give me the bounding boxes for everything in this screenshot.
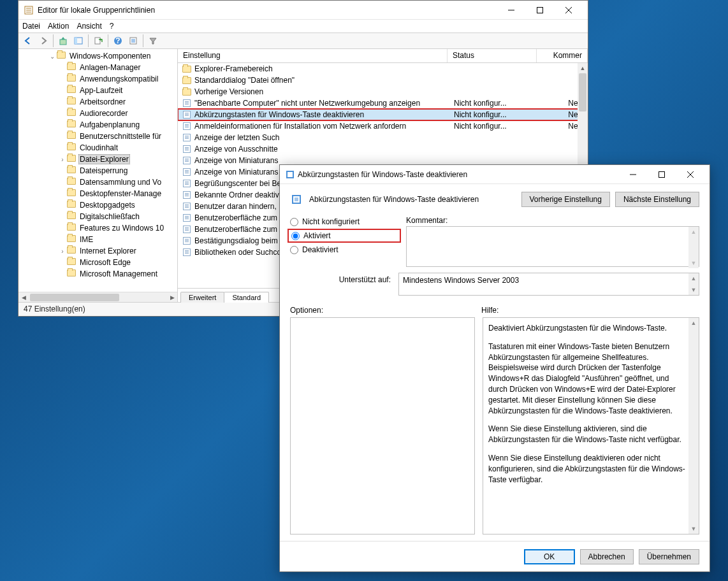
- dialog-icon: [285, 169, 295, 180]
- svg-text:?: ?: [115, 36, 120, 45]
- supported-box: Mindestens Windows Server 2003 ▲▼: [398, 273, 699, 296]
- titlebar[interactable]: Editor für lokale Gruppenrichtlinien: [18, 1, 588, 20]
- list-header[interactable]: Einstellung Status Kommer: [178, 49, 588, 63]
- radio-enabled[interactable]: Aktiviert: [290, 231, 398, 240]
- next-setting-button[interactable]: Nächste Einstellung: [615, 192, 699, 207]
- list-row[interactable]: Vorherige Versionen: [178, 86, 588, 97]
- toolbar: ?: [18, 32, 588, 49]
- list-row[interactable]: "Benachbarte Computer" nicht unter Netzw…: [178, 97, 588, 109]
- apply-button[interactable]: Übernehmen: [639, 549, 699, 564]
- tree-item[interactable]: Anlagen-Manager: [18, 62, 177, 73]
- policy-icon: [182, 168, 192, 176]
- tree-item[interactable]: Desktopfenster-Manage: [18, 188, 177, 199]
- supported-label: Unterstützt auf:: [290, 273, 391, 284]
- menu-file[interactable]: Datei: [22, 22, 40, 31]
- ok-button[interactable]: OK: [524, 549, 575, 564]
- tree-item[interactable]: Benutzerschnittstelle für: [18, 131, 177, 142]
- tree-item[interactable]: Microsoft Edge: [18, 257, 177, 268]
- tree-root[interactable]: ⌄Windows-Komponenten: [18, 50, 177, 62]
- dialog-footer: OK Abbrechen Übernehmen: [280, 541, 710, 571]
- app-icon: [24, 5, 34, 15]
- tree-item[interactable]: App-Laufzeit: [18, 85, 177, 96]
- col-comment[interactable]: Kommer: [537, 49, 588, 62]
- maximize-button[interactable]: [525, 1, 554, 19]
- properties-button[interactable]: [126, 34, 140, 48]
- comment-textarea[interactable]: [406, 226, 699, 267]
- up-button[interactable]: [56, 34, 70, 48]
- help-p2: Tastaturen mit einer Windows-Taste biete…: [488, 341, 686, 417]
- back-button[interactable]: [21, 34, 35, 48]
- tree-item[interactable]: ›Datei-Explorer: [18, 154, 177, 165]
- list-row[interactable]: Explorer-Framebereich: [178, 63, 588, 75]
- tree-item[interactable]: Features zu Windows 10: [18, 222, 177, 234]
- list-row[interactable]: Anmeldeinformationen für Installation vo…: [178, 120, 588, 132]
- tree-item[interactable]: Datensammlung und Vo: [18, 176, 177, 188]
- options-box: [290, 317, 475, 534]
- policy-dialog: Abkürzungstasten für Windows-Taste deakt…: [279, 164, 710, 572]
- filter-button[interactable]: [146, 34, 160, 48]
- help-box: Deaktiviert Abkürzungstasten für die Win…: [483, 317, 699, 534]
- list-row[interactable]: Standarddialog "Datei öffnen": [178, 75, 588, 86]
- svg-rect-10: [75, 38, 77, 44]
- menu-help[interactable]: ?: [110, 22, 114, 31]
- tree-hscrollbar[interactable]: ◀▶: [18, 292, 177, 302]
- tree-item[interactable]: IME: [18, 234, 177, 245]
- tree-item[interactable]: ›Internet Explorer: [18, 245, 177, 257]
- col-status[interactable]: Status: [448, 49, 537, 62]
- tree-item[interactable]: Arbeitsordner: [18, 96, 177, 108]
- window-title: Editor für lokale Gruppenrichtlinien: [38, 6, 497, 15]
- svg-rect-19: [288, 172, 293, 177]
- policy-icon: [182, 180, 192, 187]
- dialog-maximize-button[interactable]: [647, 166, 676, 183]
- tree-item[interactable]: Anwendungskompatibil: [18, 73, 177, 85]
- menu-view[interactable]: Ansicht: [76, 22, 101, 31]
- policy-icon: [182, 99, 192, 107]
- tree-item[interactable]: Cloudinhalt: [18, 142, 177, 154]
- cancel-button[interactable]: Abbrechen: [580, 549, 634, 564]
- col-setting[interactable]: Einstellung: [178, 49, 448, 62]
- list-row[interactable]: Anzeige von Ausschnitte: [178, 143, 588, 155]
- help-button[interactable]: ?: [111, 34, 125, 48]
- dialog-minimize-button[interactable]: [618, 166, 647, 183]
- policy-icon: [182, 134, 192, 141]
- policy-icon: [182, 145, 192, 153]
- previous-setting-button[interactable]: Vorherige Einstellung: [521, 192, 610, 207]
- policy-icon: [182, 111, 192, 118]
- tree-item[interactable]: Desktopgadgets: [18, 199, 177, 211]
- menu-action[interactable]: Aktion: [48, 22, 69, 31]
- help-scrollbar[interactable]: ▲▼: [688, 318, 699, 534]
- dialog-close-button[interactable]: [676, 166, 704, 183]
- menubar: Datei Aktion Ansicht ?: [18, 20, 588, 32]
- policy-icon: [182, 226, 192, 233]
- tree-item[interactable]: Audiorecorder: [18, 108, 177, 119]
- dialog-titlebar[interactable]: Abkürzungstasten für Windows-Taste deakt…: [280, 165, 710, 184]
- folder-icon: [182, 77, 192, 84]
- radio-disabled[interactable]: Deaktiviert: [290, 245, 398, 254]
- supported-scrollbar[interactable]: ▲▼: [688, 273, 699, 295]
- export-button[interactable]: [91, 34, 105, 48]
- policy-icon: [182, 237, 192, 245]
- folder-icon: [182, 89, 192, 96]
- tree-item[interactable]: Dateisperrung: [18, 165, 177, 176]
- show-hide-tree-button[interactable]: [71, 34, 85, 48]
- svg-rect-21: [659, 171, 664, 177]
- folder-icon: [182, 66, 192, 73]
- list-row[interactable]: Anzeige der letzten Such: [178, 132, 588, 143]
- tree[interactable]: ⌄Windows-KomponentenAnlagen-ManagerAnwen…: [18, 49, 177, 280]
- close-button[interactable]: [554, 1, 583, 19]
- list-row[interactable]: Abkürzungstasten für Windows-Taste deakt…: [178, 109, 588, 120]
- tab-extended[interactable]: Erweitert: [180, 292, 224, 303]
- tab-standard[interactable]: Standard: [224, 292, 269, 303]
- tree-item[interactable]: Digitalschließfach: [18, 211, 177, 222]
- minimize-button[interactable]: [497, 1, 525, 19]
- radio-not-configured[interactable]: Nicht konfiguriert: [290, 217, 398, 226]
- policy-icon: [182, 191, 192, 199]
- policy-icon: [290, 193, 303, 206]
- tree-item[interactable]: Microsoft Management: [18, 268, 177, 280]
- supported-value: Mindestens Windows Server 2003: [403, 276, 519, 285]
- options-label: Optionen:: [290, 306, 481, 315]
- tree-item[interactable]: Aufgabenplanung: [18, 119, 177, 131]
- forward-button[interactable]: [36, 34, 50, 48]
- policy-icon: [182, 214, 192, 222]
- help-p3: Wenn Sie diese Einstellung aktivieren, s…: [488, 424, 686, 445]
